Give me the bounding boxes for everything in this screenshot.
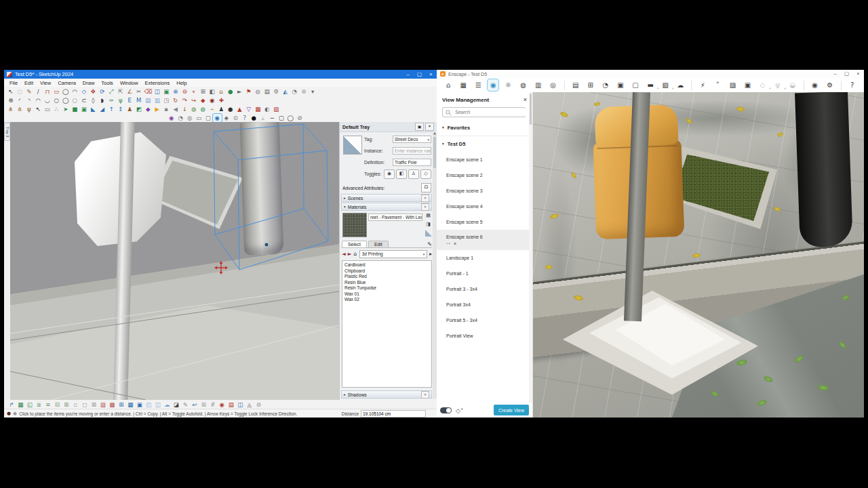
details-arrow-icon[interactable]: ▸ xyxy=(429,251,432,257)
toolbar-icon[interactable]: ▦ xyxy=(16,401,26,409)
toolbar-icon[interactable]: ⊟ xyxy=(53,401,62,409)
atmosphere-icon[interactable]: ◍ xyxy=(517,79,528,91)
panorama-icon[interactable]: ◎ xyxy=(548,79,559,91)
toolbar-icon[interactable]: ⊘ xyxy=(254,401,264,409)
metrics-icon[interactable]: ▥ xyxy=(533,79,544,91)
home-icon[interactable]: ⌂ xyxy=(443,79,454,91)
view-item[interactable]: Portrait 3x4 xyxy=(437,297,529,312)
toolbar-icon[interactable]: ▭ xyxy=(43,105,52,113)
toolbar-icon[interactable]: ◇ xyxy=(79,87,89,96)
toolbar-icon[interactable]: ◡ xyxy=(43,96,52,104)
toolbar-icon[interactable]: ⇱ xyxy=(116,87,125,96)
menu-help[interactable]: Help xyxy=(173,80,190,86)
toolbar-icon[interactable]: ▢ xyxy=(203,114,213,122)
toolbar-icon[interactable]: ◆ xyxy=(199,96,208,104)
toolbar-icon[interactable]: ⌖ xyxy=(189,87,199,96)
toolbar-icon[interactable]: ◆ xyxy=(144,105,153,113)
sample-paint-icon[interactable]: ✎ xyxy=(427,241,432,247)
menu-draw[interactable]: Draw xyxy=(79,80,98,86)
toolbar-icon[interactable]: ◗ xyxy=(98,96,107,104)
toolbar-icon[interactable]: ♟ xyxy=(125,105,135,113)
benchmark-icon[interactable]: ◔ xyxy=(600,79,611,91)
shadows-close-icon[interactable]: × xyxy=(421,391,429,399)
toolbar-icon[interactable]: ψ xyxy=(24,105,34,113)
favorites-group[interactable]: ▾ Favorites xyxy=(442,122,527,133)
toolbar-icon[interactable]: ▣ xyxy=(135,401,144,409)
toggle-cast-shadows-icon[interactable]: ◇ xyxy=(420,169,431,179)
toolbar-icon[interactable]: ▭ xyxy=(52,87,62,96)
back-arrow-icon[interactable]: ◄ xyxy=(342,251,346,257)
toolbar-icon[interactable]: ▦ xyxy=(254,105,263,113)
toolbar-icon[interactable]: ◌ xyxy=(71,96,80,104)
toolbar-icon[interactable]: ∕ xyxy=(34,87,43,96)
toolbar-icon[interactable]: ◣ xyxy=(89,105,98,113)
screenshot-icon[interactable]: ▣ xyxy=(615,79,626,91)
toolbar-icon[interactable]: ∴ xyxy=(52,105,62,113)
toolbar-icon[interactable]: ◳ xyxy=(162,96,172,104)
toolbar-icon[interactable]: ◉ xyxy=(167,114,176,122)
view-item[interactable]: Enscape scene 4 xyxy=(437,199,529,214)
collapse-toolbar-icon[interactable]: ˄ xyxy=(712,79,723,91)
toolbar-icon[interactable]: ◭ xyxy=(281,87,290,96)
toolbar-icon[interactable]: ✎ xyxy=(24,87,34,96)
toolbar-icon[interactable]: ◻ xyxy=(80,401,90,409)
paint-bucket-icon[interactable]: ◒ xyxy=(787,79,798,91)
toolbar-icon[interactable]: ◈ xyxy=(222,114,231,122)
toolbar-icon[interactable]: ◠ xyxy=(71,87,80,96)
toolbar-icon[interactable]: ▵ xyxy=(258,114,268,122)
panel-scrollbar[interactable] xyxy=(529,92,532,403)
toolbar-icon[interactable]: ↪ xyxy=(189,96,199,104)
toolbar-icon[interactable]: ≡ xyxy=(43,401,53,409)
material-item[interactable]: Chipboard xyxy=(344,268,429,274)
toolbar-icon[interactable]: ◐ xyxy=(262,105,272,113)
material-name-field[interactable]: reet - Pavement - With Leaves xyxy=(368,214,422,221)
export-file-icon[interactable]: ▧▾ xyxy=(660,79,671,91)
enscape-titlebar[interactable]: e Enscape - Test D5 – ▢ × xyxy=(437,70,864,78)
sketchup-titlebar[interactable]: Test D5* - SketchUp 2024 – ▢ × xyxy=(4,70,437,79)
cloud-upload-icon[interactable]: ☁ xyxy=(675,79,686,91)
tag-dropdown[interactable]: Street Deco ▾ xyxy=(393,136,431,143)
toggle-receive-shadows-icon[interactable]: ♙ xyxy=(408,169,419,179)
instance-field[interactable]: Enter instance name xyxy=(393,147,431,155)
toolbar-icon[interactable]: ✂ xyxy=(134,87,144,96)
bim-mode-icon[interactable]: ◇▾ xyxy=(757,79,768,91)
toolbar-icon[interactable]: ◎ xyxy=(185,114,195,122)
view-item[interactable]: Enscape scene 6⊶▪ xyxy=(437,230,529,250)
toolbar-icon[interactable]: ▲ xyxy=(235,105,245,113)
toolbar-icon[interactable]: ▫ xyxy=(71,401,81,409)
toolbar-icon[interactable]: ⊞ xyxy=(117,401,126,409)
geolocation-icon[interactable]: ● xyxy=(7,411,11,416)
toolbar-icon[interactable]: ► xyxy=(235,87,245,96)
shadows-section-bar[interactable]: ▸ Shadows × xyxy=(341,390,432,399)
toolbar-icon[interactable]: ◯ xyxy=(286,114,296,122)
material-preview[interactable] xyxy=(342,213,367,237)
toolbar-icon[interactable]: ◔ xyxy=(290,87,300,96)
toolbar-icon[interactable]: ⊂ xyxy=(79,96,89,104)
view-item[interactable]: Enscape scene 1 xyxy=(437,152,529,167)
view-item[interactable]: Landscape 1 xyxy=(437,250,529,266)
toolbar-icon[interactable]: ◬ xyxy=(245,401,254,409)
material-item[interactable]: Resin Blue xyxy=(344,280,429,286)
favorites-toggle[interactable] xyxy=(440,407,452,413)
toolbar-icon[interactable]: ◀ xyxy=(171,105,180,113)
search-input[interactable] xyxy=(454,108,526,116)
toolbar-icon[interactable]: ▥ xyxy=(153,96,162,104)
toolbar-icon[interactable]: ⚙ xyxy=(272,87,281,96)
view-item[interactable]: Portrait 3 - 3x4 xyxy=(437,281,529,297)
toolbar-icon[interactable]: ↩ xyxy=(190,401,199,409)
definition-field[interactable]: Traffic Pole xyxy=(393,159,431,166)
toolbar-icon[interactable]: ◉ xyxy=(218,401,227,409)
toolbar-icon[interactable]: ─ xyxy=(268,114,277,122)
toolbar-icon[interactable]: ◯ xyxy=(61,96,71,104)
advanced-attributes-icon[interactable]: ⊡ xyxy=(421,183,431,192)
toolbar-icon[interactable]: ◜ xyxy=(16,96,25,104)
alpha-channel-icon[interactable]: ▨ xyxy=(727,79,738,91)
fullscreen-icon[interactable]: ⊞ xyxy=(585,79,596,91)
toolbar-icon[interactable]: ↖ xyxy=(6,87,16,96)
toolbar-icon[interactable]: # xyxy=(208,401,218,409)
toolbar-icon[interactable]: ↓ xyxy=(180,105,190,113)
toolbar-icon[interactable]: ▪ xyxy=(162,105,172,113)
close-button[interactable]: × xyxy=(425,70,437,79)
quick-render-icon[interactable]: ⚡ xyxy=(697,79,708,91)
toolbar-icon[interactable]: ◩ xyxy=(134,105,144,113)
